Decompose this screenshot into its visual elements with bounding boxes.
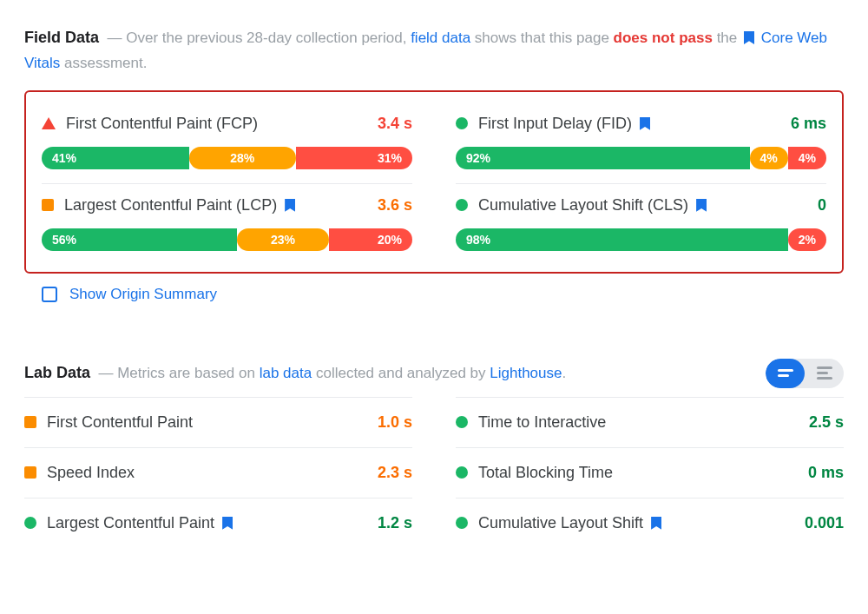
field-metric[interactable]: Cumulative Layout Shift (CLS)098%2% (456, 184, 826, 265)
dist-good: 41% (42, 147, 189, 169)
metric-label: Time to Interactive (478, 413, 799, 432)
view-toggle (766, 359, 844, 388)
field-metrics-panel: First Contentful Paint (FCP)3.4 s41%28%3… (24, 90, 844, 274)
circle-icon (456, 466, 468, 479)
field-metric[interactable]: First Contentful Paint (FCP)3.4 s41%28%3… (42, 102, 412, 184)
dist-bad: 20% (329, 228, 412, 251)
metric-label: Largest Contentful Paint (LCP) (64, 196, 367, 215)
lab-metric[interactable]: Cumulative Layout Shift0.001 (456, 498, 844, 548)
lab-data-link[interactable]: lab data (260, 365, 312, 381)
lab-data-title: Lab Data (24, 364, 90, 381)
show-origin-summary[interactable]: Show Origin Summary (24, 274, 844, 303)
lab-metric[interactable]: Speed Index2.3 s (24, 447, 412, 498)
metric-label: Speed Index (47, 464, 367, 482)
dist-ok: 28% (189, 147, 296, 169)
distribution-bar: 41%28%31% (42, 147, 412, 169)
dist-ok: 23% (237, 228, 329, 251)
distribution-bar: 98%2% (456, 228, 826, 251)
dist-bad: 31% (296, 147, 412, 169)
bookmark-icon (640, 117, 650, 130)
bars-right-icon (817, 366, 832, 380)
circle-icon (24, 517, 36, 529)
square-icon (24, 416, 36, 428)
distribution-bar: 92%4%4% (456, 147, 826, 169)
metric-label: First Input Delay (FID) (478, 115, 780, 133)
circle-icon (456, 416, 468, 428)
metric-value: 1.0 s (378, 413, 412, 432)
pass-status: does not pass (614, 30, 713, 46)
metric-value: 3.6 s (378, 196, 412, 215)
field-data-title: Field Data (24, 29, 99, 46)
metric-label: Cumulative Layout Shift (478, 514, 794, 532)
dist-bad: 2% (788, 228, 826, 251)
view-toggle-left[interactable] (766, 359, 805, 388)
bookmark-icon (285, 199, 295, 212)
lab-data-header: Lab Data — Metrics are based on lab data… (24, 360, 566, 386)
lighthouse-link[interactable]: Lighthouse (490, 365, 562, 381)
field-data-header: Field Data — Over the previous 28-day co… (24, 24, 844, 76)
metric-value: 2.3 s (378, 464, 412, 482)
field-metric[interactable]: First Input Delay (FID)6 ms92%4%4% (456, 102, 826, 184)
metric-value: 1.2 s (378, 514, 412, 532)
dist-good: 98% (456, 228, 788, 251)
square-icon (24, 466, 36, 479)
metric-value: 3.4 s (378, 115, 412, 133)
metric-value: 6 ms (791, 115, 826, 133)
bookmark-icon (696, 199, 707, 212)
dist-ok: 4% (750, 147, 788, 169)
lab-metric[interactable]: Total Blocking Time0 ms (456, 447, 844, 498)
metric-label: First Contentful Paint (FCP) (66, 115, 367, 133)
metric-value: 2.5 s (809, 413, 844, 432)
metric-value: 0 ms (808, 464, 844, 482)
field-metric[interactable]: Largest Contentful Paint (LCP)3.6 s56%23… (42, 184, 412, 265)
metric-value: 0 (818, 196, 826, 215)
metric-label: First Contentful Paint (47, 413, 367, 432)
bars-left-icon (778, 369, 793, 377)
lab-metric[interactable]: Largest Contentful Paint1.2 s (24, 498, 412, 548)
view-toggle-right[interactable] (805, 359, 844, 388)
triangle-icon (42, 117, 56, 129)
lab-metric[interactable]: Time to Interactive2.5 s (456, 397, 844, 447)
metric-label: Largest Contentful Paint (47, 514, 367, 532)
square-icon (42, 199, 54, 211)
distribution-bar: 56%23%20% (42, 228, 412, 251)
checkbox-icon[interactable] (42, 287, 57, 302)
dist-bad: 4% (788, 147, 826, 169)
dist-good: 56% (42, 228, 237, 251)
lab-metric[interactable]: First Contentful Paint1.0 s (24, 397, 412, 447)
bookmark-icon (651, 517, 661, 530)
metric-label: Cumulative Layout Shift (CLS) (478, 196, 807, 215)
metric-label: Total Blocking Time (478, 464, 798, 482)
bookmark-icon (222, 517, 233, 530)
dist-good: 92% (456, 147, 750, 169)
circle-icon (456, 517, 468, 529)
field-data-link[interactable]: field data (411, 30, 470, 46)
circle-icon (456, 117, 468, 129)
metric-value: 0.001 (805, 514, 844, 532)
circle-icon (456, 199, 468, 211)
bookmark-icon (744, 31, 754, 44)
